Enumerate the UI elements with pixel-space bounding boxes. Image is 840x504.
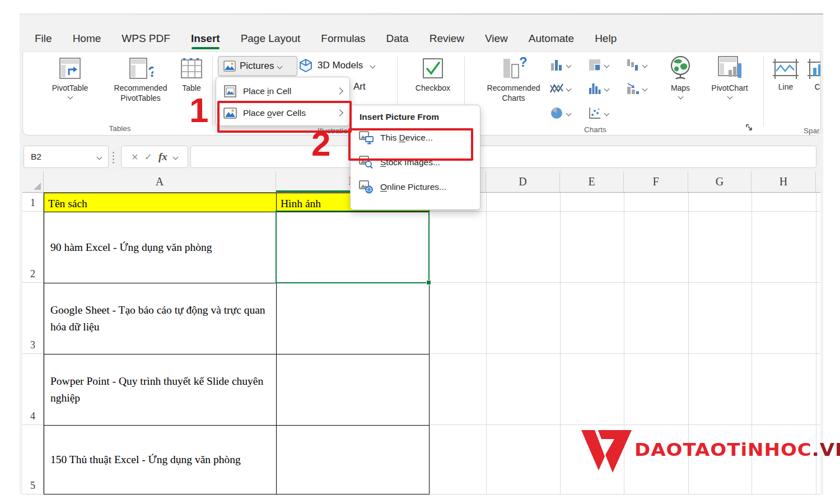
annotation-step-1: 1 — [189, 93, 208, 128]
chevron-down-icon — [604, 62, 610, 68]
insert-line-chart-button[interactable] — [549, 80, 571, 97]
maps-label: Maps — [671, 83, 690, 93]
maps-button[interactable]: Maps — [662, 54, 698, 99]
smartart-label-partial[interactable]: Art — [353, 81, 366, 92]
gridline — [429, 424, 820, 425]
label-key: O — [380, 182, 387, 192]
insert-statistic-chart-button[interactable] — [587, 80, 609, 97]
chevron-down-icon — [642, 62, 648, 68]
pictures-label: Pictures — [240, 60, 274, 72]
cell-a5[interactable]: 150 Thủ thuật Excel - Ứng dụng văn phòng — [44, 426, 277, 494]
insert-function-button[interactable]: fx — [158, 151, 167, 163]
insert-waterfall-chart-button[interactable] — [626, 57, 647, 73]
select-all-button[interactable] — [22, 171, 44, 192]
recommended-charts-button[interactable]: ? Recommended Charts — [478, 55, 549, 103]
charts-dialog-launcher[interactable] — [745, 124, 754, 132]
watermark-text: DAOTAOTiNHOC.VN — [634, 438, 840, 460]
menu-item-online-pictures[interactable]: Online Pictures... — [351, 175, 480, 199]
tab-data[interactable]: Data — [386, 32, 409, 45]
watermark: DAOTAOTiNHOC.VN — [580, 426, 840, 473]
cell-a4[interactable]: Powper Point - Quy trình thuyết kế Slide… — [44, 354, 277, 426]
insert-hierarchy-chart-button[interactable] — [587, 57, 609, 73]
tab-home[interactable]: Home — [73, 32, 101, 45]
chevron-down-icon — [566, 110, 572, 116]
column-header-d[interactable]: D — [486, 171, 560, 192]
tab-insert[interactable]: Insert — [191, 32, 220, 45]
recommended-pivottables-icon: ? — [128, 55, 153, 81]
tab-automate[interactable]: Automate — [529, 32, 574, 45]
watermark-brand: DAOTAOTiNHOC — [634, 438, 812, 460]
chevron-down-icon — [678, 94, 683, 100]
cancel-button[interactable]: × — [132, 151, 138, 162]
name-box[interactable]: B2 — [24, 146, 109, 168]
gridline — [429, 353, 820, 354]
tab-page-layout[interactable]: Page Layout — [241, 32, 301, 45]
insert-pie-chart-button[interactable] — [549, 105, 571, 122]
funnel-chart-icon — [626, 81, 640, 96]
formula-bar-grip[interactable] — [113, 152, 114, 164]
pie-chart-icon — [549, 106, 564, 120]
globe-icon — [668, 54, 693, 81]
tab-file[interactable]: File — [35, 32, 52, 45]
gridline — [560, 193, 561, 494]
pictures-button[interactable]: Pictures — [218, 56, 297, 76]
recommended-line1: Recommended — [114, 83, 167, 92]
table-button[interactable]: Table — [174, 55, 209, 93]
row-header-2[interactable]: 2 — [22, 212, 44, 283]
selected-cell-border[interactable] — [276, 211, 430, 283]
sparkline-column-button[interactable]: Col — [806, 58, 821, 92]
name-box-value: B2 — [31, 152, 41, 162]
column-header-f[interactable]: F — [624, 171, 688, 192]
row-header-1[interactable]: 1 — [22, 193, 44, 212]
tab-view[interactable]: View — [485, 32, 508, 45]
cell-b3[interactable] — [277, 283, 430, 354]
sparklines-group-label: Spar — [804, 127, 821, 135]
histogram-chart-icon — [587, 81, 602, 96]
cell-a1[interactable]: Tên sách — [44, 193, 277, 212]
pivotchart-button[interactable]: PivotChart — [699, 54, 760, 99]
checkbox-button[interactable]: Checkbox — [405, 55, 461, 93]
row-header-5[interactable]: 5 — [22, 425, 44, 494]
recommended-line2: PivotTables — [120, 94, 161, 102]
recommended-pivottables-button[interactable]: ? Recommended PivotTables — [101, 55, 180, 103]
row-header-3[interactable]: 3 — [22, 283, 44, 354]
sparkline-line-label: Line — [778, 82, 793, 92]
gridline — [486, 193, 487, 494]
column-header-e[interactable]: E — [560, 171, 624, 192]
tab-help[interactable]: Help — [595, 32, 617, 45]
tab-formulas[interactable]: Formulas — [321, 32, 365, 45]
tab-review[interactable]: Review — [430, 32, 464, 45]
column-header-h[interactable]: H — [752, 171, 816, 192]
enter-button[interactable]: ✓ — [144, 152, 152, 162]
group-separator — [763, 57, 764, 126]
svg-text:?: ? — [519, 55, 527, 69]
cell-b4[interactable] — [277, 354, 430, 426]
chevron-down-icon — [97, 154, 102, 160]
pivottable-button[interactable]: PivotTable — [42, 55, 98, 99]
recommended-pivottables-label: Recommended PivotTables — [114, 83, 167, 103]
pivotchart-label: PivotChart — [711, 83, 748, 93]
3d-models-button[interactable]: 3D Models — [298, 58, 375, 73]
line-chart-icon — [549, 81, 564, 96]
row-header-4[interactable]: 4 — [22, 354, 44, 425]
insert-column-chart-button[interactable] — [549, 57, 571, 73]
cell-b5[interactable] — [277, 426, 430, 494]
submenu-arrow-icon — [336, 87, 343, 95]
treemap-chart-icon — [587, 58, 602, 72]
menu-item-place-in-cell[interactable]: Place in Cell — [216, 80, 349, 102]
cell-a2[interactable]: 90 hàm Excel - Ứng dụng văn phòng — [44, 212, 277, 283]
column-header-a[interactable]: A — [44, 171, 276, 192]
insert-scatter-chart-button[interactable] — [587, 105, 609, 122]
formula-controls: × ✓ fx — [121, 146, 188, 168]
gridline — [429, 211, 820, 212]
3d-models-label: 3D Models — [318, 60, 363, 71]
tab-wps-pdf[interactable]: WPS PDF — [122, 32, 170, 45]
insert-combo-chart-button[interactable] — [626, 80, 647, 97]
gridline — [429, 282, 820, 283]
sparkline-line-button[interactable]: Line — [771, 58, 800, 92]
formula-input[interactable] — [190, 146, 816, 168]
column-header-g[interactable]: G — [688, 171, 752, 192]
chevron-down-icon — [727, 94, 732, 100]
cell-a3[interactable]: Google Sheet - Tạo báo cáo tự động và tr… — [44, 283, 277, 354]
scatter-chart-icon — [587, 106, 602, 120]
